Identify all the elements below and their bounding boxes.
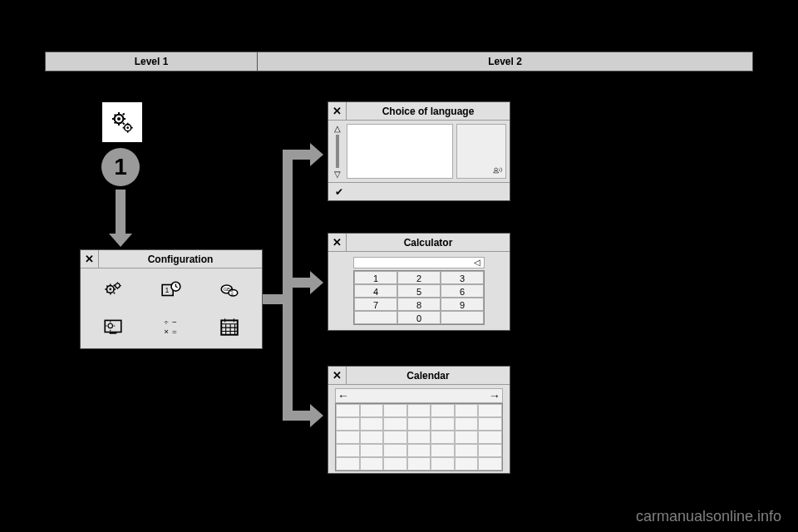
calendar-cell[interactable] xyxy=(455,417,479,431)
calendar-cell[interactable] xyxy=(478,457,502,470)
level-header: Level 1 Level 2 xyxy=(45,52,753,71)
datetime-icon: 1 xyxy=(160,279,182,301)
calendar-cell[interactable] xyxy=(431,444,455,457)
svg-point-23 xyxy=(495,168,498,171)
config-item-settings[interactable] xyxy=(86,273,140,307)
svg-text:÷: ÷ xyxy=(164,318,169,327)
flow-connector xyxy=(283,294,293,419)
calc-key-2[interactable]: 2 xyxy=(397,271,441,284)
calendar-cell[interactable] xyxy=(360,404,384,417)
scroll-track[interactable] xyxy=(336,135,339,168)
calendar-cell[interactable] xyxy=(360,444,384,457)
calendar-next-icon[interactable]: → xyxy=(489,389,500,402)
calendar-cell[interactable] xyxy=(336,444,360,457)
calendar-cell[interactable] xyxy=(455,404,479,417)
calendar-cell[interactable] xyxy=(431,431,455,444)
calendar-cell[interactable] xyxy=(407,404,431,417)
calendar-cell[interactable] xyxy=(455,457,479,470)
svg-point-17 xyxy=(108,323,112,328)
calc-key-6[interactable]: 6 xyxy=(441,284,484,298)
calendar-prev-icon[interactable]: ← xyxy=(337,389,349,402)
calendar-cell[interactable] xyxy=(336,457,360,470)
svg-point-1 xyxy=(117,117,121,121)
calc-key-3[interactable]: 3 xyxy=(441,271,484,284)
svg-text:−: − xyxy=(172,318,177,327)
calendar-cell[interactable] xyxy=(431,417,455,431)
svg-text:=: = xyxy=(172,327,177,336)
calendar-cell[interactable] xyxy=(383,417,407,431)
calendar-cell[interactable] xyxy=(431,457,455,470)
language-icon: GBDF xyxy=(219,279,240,301)
level2-header: Level 2 xyxy=(258,52,752,71)
language-list[interactable] xyxy=(347,124,453,179)
calendar-cell[interactable] xyxy=(407,444,431,457)
calculator-display: ◁ xyxy=(353,257,485,268)
calendar-cell[interactable] xyxy=(360,417,384,431)
flow-arrow-down xyxy=(116,190,126,235)
calendar-cell[interactable] xyxy=(360,431,384,444)
calendar-cell[interactable] xyxy=(455,444,479,457)
calendar-cell[interactable] xyxy=(455,431,479,444)
calc-key-8[interactable]: 8 xyxy=(397,298,441,311)
calendar-cell[interactable] xyxy=(478,444,502,457)
calendar-cell[interactable] xyxy=(383,444,407,457)
calendar-cell[interactable] xyxy=(407,431,431,444)
svg-rect-16 xyxy=(110,332,117,334)
language-panel: ✕ Choice of language △ ▽ ✔ xyxy=(328,101,510,201)
speak-icon xyxy=(492,165,504,176)
language-preview xyxy=(456,124,506,179)
svg-rect-15 xyxy=(105,320,121,332)
calendar-cell[interactable] xyxy=(383,431,407,444)
calendar-cell[interactable] xyxy=(336,404,360,417)
flow-arrow-right xyxy=(283,150,312,160)
svg-point-6 xyxy=(116,283,120,288)
close-icon[interactable]: ✕ xyxy=(328,367,347,385)
calc-key-blank xyxy=(354,311,397,324)
flow-arrow-right xyxy=(283,411,312,421)
scroll-down-icon[interactable]: ▽ xyxy=(334,170,341,179)
calendar-cell[interactable] xyxy=(336,417,360,431)
calendar-cell[interactable] xyxy=(478,404,502,417)
config-item-datetime[interactable]: 1 xyxy=(144,273,199,307)
calc-key-1[interactable]: 1 xyxy=(354,271,397,284)
close-icon[interactable]: ✕ xyxy=(81,250,99,268)
confirm-icon[interactable]: ✔ xyxy=(335,186,343,198)
calendar-grid[interactable] xyxy=(335,403,503,471)
calc-key-4[interactable]: 4 xyxy=(354,284,397,298)
config-item-brightness[interactable] xyxy=(86,310,140,343)
calculator-icon: ÷−×= xyxy=(160,316,182,337)
config-item-language[interactable]: GBDF xyxy=(202,273,257,307)
svg-text:×: × xyxy=(164,327,169,336)
calendar-cell[interactable] xyxy=(478,431,502,444)
configuration-panel: ✕ Configuration 1 GBDF ÷−×= xyxy=(80,249,263,349)
language-title: Choice of language xyxy=(347,106,510,117)
calendar-title: Calendar xyxy=(347,370,510,382)
config-item-calculator[interactable]: ÷−×= xyxy=(144,310,199,343)
calendar-cell[interactable] xyxy=(431,404,455,417)
svg-text:1: 1 xyxy=(165,286,169,294)
close-icon[interactable]: ✕ xyxy=(328,102,347,121)
calculator-panel: ✕ Calculator ◁ 1 2 3 4 5 6 7 8 9 0 xyxy=(328,233,510,331)
calculator-keypad: 1 2 3 4 5 6 7 8 9 0 xyxy=(353,270,485,325)
scroll-up-icon[interactable]: △ xyxy=(334,124,341,133)
flow-arrow-right xyxy=(283,278,312,288)
calendar-cell[interactable] xyxy=(383,457,407,470)
svg-point-3 xyxy=(126,126,129,129)
config-item-calendar[interactable] xyxy=(202,310,257,343)
watermark: carmanualsonline.info xyxy=(636,508,781,525)
calc-key-9[interactable]: 9 xyxy=(441,298,484,311)
calendar-cell[interactable] xyxy=(336,431,360,444)
calc-key-0[interactable]: 0 xyxy=(397,311,441,324)
calc-key-blank xyxy=(441,311,484,324)
calendar-cell[interactable] xyxy=(407,417,431,431)
close-icon[interactable]: ✕ xyxy=(328,234,347,252)
gears-icon xyxy=(102,279,124,301)
calendar-cell[interactable] xyxy=(360,457,384,470)
calendar-cell[interactable] xyxy=(407,457,431,470)
scroll-control[interactable]: △ ▽ xyxy=(332,124,343,179)
calendar-cell[interactable] xyxy=(478,417,502,431)
settings-entry-icon[interactable] xyxy=(100,100,145,145)
calc-key-5[interactable]: 5 xyxy=(397,284,441,298)
calc-key-7[interactable]: 7 xyxy=(354,298,397,311)
calendar-cell[interactable] xyxy=(383,404,407,417)
